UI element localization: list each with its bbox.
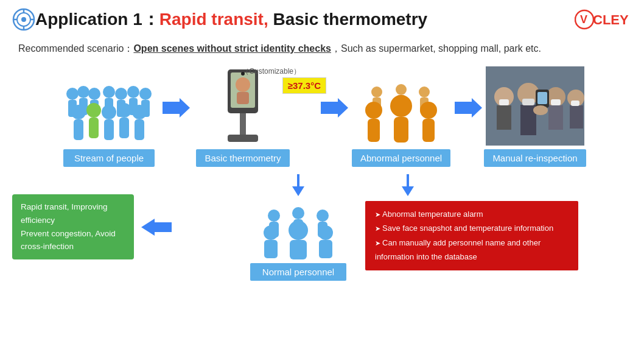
svg-rect-63 — [522, 99, 534, 105]
arrow-1 — [161, 97, 191, 137]
down-arrow-abnormal — [402, 174, 414, 196]
title-suffix: Basic thermometry — [268, 10, 427, 29]
title-highlight: Rapid transit, — [159, 10, 268, 29]
svg-point-84 — [318, 225, 333, 240]
bottom-center: Normal personnel — [243, 173, 353, 281]
scenario-suffix: ，Such as supermarket, shopping mall, par… — [331, 43, 541, 54]
svg-rect-40 — [240, 113, 246, 136]
red-item-1: Abnormal temperature alarm — [375, 207, 569, 221]
svg-point-2 — [21, 17, 26, 22]
svg-marker-73 — [141, 219, 172, 236]
svg-point-30 — [117, 103, 131, 118]
label-reinspection: Manual re-inspection — [484, 149, 586, 167]
svg-rect-38 — [237, 92, 249, 104]
svg-point-28 — [102, 105, 116, 119]
red-item-3: Can manually add personnel name and othe… — [375, 236, 569, 264]
svg-point-51 — [390, 95, 412, 117]
arrow-left-container — [141, 219, 172, 236]
svg-point-49 — [365, 102, 382, 119]
bottom-right: Abnormal temperature alarm Save face sna… — [365, 173, 632, 281]
flow-area: Stream of people （Customizable） ≥37.3°C — [0, 60, 644, 169]
svg-point-12 — [77, 86, 89, 98]
vcley-logo: V CLEY — [575, 7, 629, 32]
svg-marker-42 — [321, 98, 348, 118]
green-line1: Rapid transit, Improving efficiency — [21, 200, 125, 227]
svg-point-47 — [419, 86, 430, 97]
svg-rect-65 — [548, 105, 563, 130]
svg-point-10 — [66, 88, 79, 100]
flow-item-people: Stream of people — [57, 66, 161, 167]
svg-point-22 — [139, 88, 152, 100]
svg-rect-25 — [74, 119, 83, 140]
svg-point-82 — [264, 225, 278, 240]
label-stream: Stream of people — [63, 149, 155, 167]
logo-container: V CLEY — [575, 7, 629, 32]
compass-icon — [12, 8, 35, 31]
svg-point-76 — [292, 207, 304, 219]
svg-rect-71 — [537, 92, 547, 104]
header: Application 1：Rapid transit, Basic therm… — [0, 0, 644, 38]
reinspection-image — [483, 66, 587, 146]
svg-rect-69 — [571, 100, 579, 106]
svg-point-20 — [127, 86, 139, 98]
slide: Application 1：Rapid transit, Basic therm… — [0, 0, 644, 363]
svg-rect-54 — [422, 119, 435, 142]
svg-rect-68 — [570, 105, 583, 129]
abnormal-svg — [352, 66, 450, 146]
svg-rect-50 — [368, 119, 380, 142]
temp-badge: ≥37.3°C — [282, 77, 326, 94]
label-abnormal: Abnormal personnel — [352, 149, 450, 167]
header-title: Application 1：Rapid transit, Basic therm… — [35, 8, 575, 31]
svg-rect-83 — [264, 240, 278, 258]
svg-rect-81 — [290, 240, 307, 259]
scenario-prefix: Recommended scenario： — [18, 43, 133, 54]
svg-point-43 — [371, 86, 382, 97]
svg-rect-27 — [89, 118, 99, 138]
red-item-2: Save face snapshot and temperature infor… — [375, 221, 569, 235]
arrow-left-svg — [141, 219, 172, 236]
svg-rect-59 — [497, 105, 511, 130]
flow-item-reinspection: Manual re-inspection — [483, 66, 587, 167]
label-thermometry: Basic thermometry — [196, 149, 289, 167]
svg-marker-55 — [455, 98, 482, 118]
svg-point-26 — [86, 103, 101, 118]
svg-rect-29 — [104, 119, 114, 140]
svg-point-18 — [115, 88, 127, 100]
people-svg — [60, 66, 158, 146]
svg-rect-85 — [319, 240, 332, 258]
svg-point-24 — [71, 105, 86, 119]
svg-point-16 — [103, 86, 115, 98]
svg-rect-33 — [135, 119, 144, 140]
flow-item-abnormal: Abnormal personnel — [349, 66, 453, 167]
svg-point-72 — [533, 105, 548, 115]
svg-rect-66 — [551, 99, 561, 105]
svg-text:CLEY: CLEY — [593, 12, 629, 27]
people-image — [57, 66, 161, 146]
arrow-3 — [453, 97, 483, 137]
svg-point-37 — [236, 77, 250, 92]
red-box: Abnormal temperature alarm Save face sna… — [365, 201, 578, 270]
svg-rect-41 — [228, 135, 258, 142]
green-box: Rapid transit, Improving efficiency Prev… — [12, 194, 134, 259]
svg-point-78 — [317, 210, 329, 222]
abnormal-image — [349, 66, 453, 146]
normal-label: Normal personnel — [250, 263, 346, 281]
svg-rect-31 — [119, 118, 129, 138]
down-arrow-normal — [292, 174, 304, 196]
svg-text:V: V — [580, 13, 587, 26]
bottom-left: Rapid transit, Improving efficiency Prev… — [12, 173, 231, 281]
reinspection-photo — [486, 66, 584, 146]
svg-point-45 — [396, 84, 407, 95]
normal-people-svg — [256, 199, 341, 259]
svg-point-74 — [268, 210, 280, 222]
svg-point-14 — [88, 88, 100, 100]
device-svg — [206, 66, 279, 146]
app-label: Application 1： — [35, 10, 159, 29]
arrow-2 — [319, 97, 349, 137]
customizable-label: （Customizable） — [242, 66, 301, 77]
flow-item-device: （Customizable） ≥37.3°C — [191, 66, 295, 167]
svg-point-80 — [289, 220, 308, 240]
svg-rect-60 — [499, 99, 509, 105]
svg-point-53 — [420, 102, 437, 119]
svg-rect-52 — [394, 117, 408, 143]
